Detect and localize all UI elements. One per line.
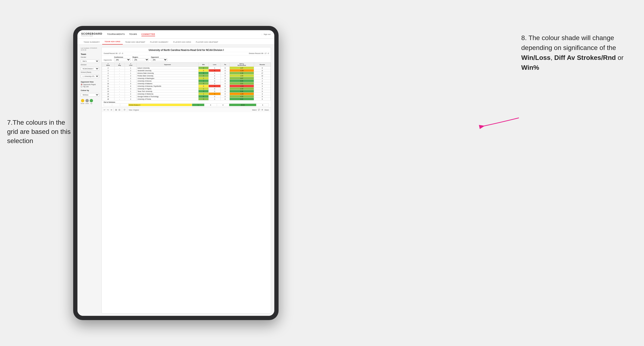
cell-diff: 1.83 (230, 74, 254, 77)
cell-conf: 3 (125, 87, 137, 90)
copy-icon[interactable]: ⊞ (115, 109, 117, 111)
filter-row: Opponents: Conference (All) Region (All) (102, 55, 271, 62)
nav-teams[interactable]: TEAMS (129, 32, 137, 36)
cell-rounds: 3 (254, 93, 270, 95)
sub-nav-team-summary[interactable]: TEAM SUMMARY (81, 41, 102, 44)
forward-icon[interactable]: ⇥ (110, 109, 112, 111)
col-rank: #Rank (102, 63, 114, 67)
legend-level: Level (85, 99, 88, 104)
opponent-filter-select[interactable]: (All) (151, 58, 167, 61)
logo-area: SCOREBOARD Powered by clippd (81, 32, 102, 36)
share-btn[interactable]: Share (264, 109, 269, 111)
sub-nav-player-summary[interactable]: PLAYER SUMMARY (148, 41, 171, 44)
ood-loss: 0 (204, 104, 217, 106)
cell-diff: 5.56 (230, 90, 254, 93)
layout-btn[interactable]: ⊞ (262, 109, 263, 111)
out-of-division-row: NCAA Division II 1 0 0 26.00 3 (104, 104, 269, 106)
radio-top100[interactable]: Top 100 (81, 86, 99, 87)
conference-filter-select[interactable]: (All) (114, 58, 130, 61)
cell-rounds: 8 (254, 82, 270, 85)
left-panel: Last Updated: 27/03/2024 16:55:38 Team G… (81, 47, 99, 314)
cell-win: 0 (198, 85, 209, 87)
radio-opponents-played[interactable]: Opponents Played (81, 84, 99, 85)
cell-win: 1 (198, 80, 209, 82)
sub-nav-team-h2h-grid[interactable]: TEAM H2H GRID (102, 40, 123, 44)
cell-loss: 0 (209, 87, 221, 90)
cell-loss: 1 (209, 93, 221, 95)
division-select[interactable]: NCAA Division I (81, 67, 99, 70)
cell-conf: 2 (125, 98, 137, 100)
cell-rounds: 9 (254, 67, 270, 69)
division-record: Division Record: 88 - 17 - 0 (249, 53, 269, 54)
annotation-right-number: 8. (521, 34, 527, 41)
cell-diff: 6.62 (230, 98, 254, 100)
cell-rounds: 3 (254, 87, 270, 90)
col-tie: Tie (221, 63, 230, 67)
cell-opponent: Arizona State University (137, 72, 198, 74)
ood-tie: 0 (217, 104, 229, 106)
cell-reg: - (114, 98, 125, 100)
cell-win: 1 (198, 87, 209, 90)
sub-nav-player-h2h-heatmap[interactable]: PLAYER H2H HEATMAP (193, 41, 220, 44)
cell-diff: -1.00 (230, 93, 254, 95)
cell-diff: -2.29 (230, 69, 254, 72)
cell-tie: 0 (221, 77, 230, 80)
opponent-view-title: Opponent View (81, 81, 99, 83)
cell-win: 1 (198, 93, 209, 95)
cell-reg: - (114, 95, 125, 98)
region-filter-select[interactable]: (All) (132, 58, 149, 61)
cell-tie: 0 (221, 72, 230, 74)
comment-btn[interactable]: 💬 (258, 109, 260, 111)
cell-loss: 0 (209, 90, 221, 93)
sub-nav-player-h2h-grid[interactable]: PLAYER H2H GRID (171, 41, 194, 44)
colour-by-select[interactable]: Win/loss (81, 93, 99, 97)
cell-rank: 8 (102, 77, 114, 80)
table-row: 13 - 1 Texas Tech University 3 0 0 5.56 … (102, 90, 271, 93)
table-row: 15 - 4 Georgia Institute of Technology 5… (102, 95, 271, 98)
sub-nav: TEAM SUMMARY TEAM H2H GRID TEAM H2H HEAT… (78, 39, 274, 45)
table-wrapper: #Rank #Reg #Conf Opponent Win Loss Tie D… (102, 62, 271, 100)
annotation-right-intro: The colour shade will change depending o… (521, 34, 616, 51)
sub-nav-team-h2h-heatmap[interactable]: TEAM H2H HEATMAP (123, 41, 148, 44)
watch-btn[interactable]: Watch (252, 109, 257, 111)
cell-win: 1 (198, 77, 209, 80)
cell-diff: 3.67 (230, 77, 254, 80)
cell-tie: 0 (221, 85, 230, 87)
col-loss: Loss (209, 63, 221, 67)
undo-icon[interactable]: ↩ (104, 109, 106, 111)
legend-dot-level (86, 99, 89, 102)
cell-opponent: Auburn University (137, 67, 198, 69)
clock-icon[interactable]: ⏱ (124, 109, 126, 111)
legend-down: Down (81, 99, 84, 104)
school-select[interactable]: 1. University of Nort... (81, 74, 99, 78)
cell-reg: - (114, 67, 125, 69)
table-row: 14 - 2 University of Oklahoma 1 1 0 -1.0… (102, 93, 271, 95)
cell-loss: 0 (209, 80, 221, 82)
paste-icon[interactable]: ⊟ (118, 109, 120, 111)
nav-tournaments[interactable]: TOURNAMENTS (107, 32, 125, 36)
annotation-bold-1: Win/Loss (521, 54, 550, 61)
cell-diff: 1.67 (230, 67, 254, 69)
cell-tie: 0 (221, 95, 230, 98)
cell-conf: 1 (125, 80, 137, 82)
redo-icon[interactable]: ↪ (107, 109, 109, 111)
cell-win: 5 (198, 95, 209, 98)
legend-up: Up (90, 99, 93, 104)
cell-opponent: Vanderbilt University (137, 69, 198, 72)
cell-conf: 4 (125, 95, 137, 98)
opponents-label: Opponents: (104, 59, 112, 61)
cell-rank: 14 (102, 93, 114, 95)
cell-opponent: University of Alabama (137, 82, 198, 85)
h2h-table: #Rank #Reg #Conf Opponent Win Loss Tie D… (102, 62, 271, 100)
table-row: 3 - 2 Vanderbilt University 0 4 0 -2.29 … (102, 69, 271, 72)
cell-rounds: 9 (254, 95, 270, 98)
table-row: 12 - 3 University of Virginia 1 0 0 2.33… (102, 87, 271, 90)
cell-conf: 2 (125, 77, 137, 80)
cell-win: 3 (198, 90, 209, 93)
cell-diff: 4.50 (230, 95, 254, 98)
gender-select[interactable]: Men's (81, 59, 99, 63)
cell-rounds: 2 (254, 80, 270, 82)
cell-reg: - (114, 80, 125, 82)
sign-out-link[interactable]: Sign out (264, 33, 270, 35)
nav-committee[interactable]: COMMITTEE (142, 32, 155, 36)
